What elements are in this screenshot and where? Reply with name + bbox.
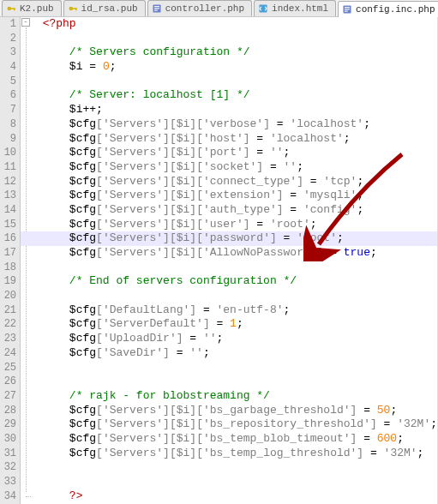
code-line[interactable]: $cfg['Servers'][$i]['AllowNoPassword'] =…	[21, 246, 437, 261]
tab-label: index.html	[272, 3, 328, 14]
tab-label: K2.pub	[20, 3, 54, 14]
code-line[interactable]: /* Servers configuration */	[21, 45, 437, 60]
code-line[interactable]: $cfg['Servers'][$i]['connect_type'] = 't…	[21, 175, 437, 189]
line-number: 17	[3, 246, 16, 261]
code-line[interactable]: $cfg['Servers'][$i]['user'] = 'root';	[21, 218, 437, 232]
line-number: 18	[3, 261, 16, 275]
code-line[interactable]	[21, 460, 437, 475]
code-line[interactable]	[21, 361, 437, 375]
svg-rect-5	[75, 8, 77, 10]
code-line[interactable]	[21, 289, 437, 303]
line-number: 10	[3, 146, 16, 160]
code-line[interactable]: $cfg['SaveDir'] = '';	[21, 346, 437, 361]
code-line[interactable]	[21, 375, 437, 389]
line-number: 34	[3, 489, 16, 504]
code-line[interactable]: $cfg['Servers'][$i]['socket'] = '';	[21, 160, 437, 175]
line-number: 13	[3, 189, 16, 203]
svg-rect-14	[345, 11, 348, 12]
svg-rect-13	[345, 9, 350, 9]
line-number: 2	[3, 32, 16, 46]
editor: 1234567891011121314151617181920212223242…	[0, 17, 438, 504]
code-line[interactable]: $i = 0;	[21, 60, 437, 75]
code-line[interactable]	[21, 32, 437, 46]
code-line[interactable]: $cfg['UploadDir'] = '';	[21, 332, 437, 346]
line-number: 4	[3, 60, 16, 75]
code-line[interactable]: $cfg['Servers'][$i]['password'] = 'root'…	[21, 231, 437, 246]
code-line[interactable]: ?>	[21, 489, 437, 504]
tab-k2-pub[interactable]: K2.pub	[2, 0, 62, 16]
line-number: 25	[3, 361, 16, 375]
code-line[interactable]: $cfg['Servers'][$i]['verbose'] = 'localh…	[21, 117, 437, 132]
line-number: 26	[3, 375, 16, 389]
code-line[interactable]: $cfg['Servers'][$i]['port'] = '';	[21, 146, 437, 160]
tab-controller-php[interactable]: controller.php	[147, 0, 252, 16]
line-number: 15	[3, 218, 16, 232]
code-line[interactable]	[21, 75, 437, 89]
line-number: 8	[3, 117, 16, 132]
code-line[interactable]	[21, 261, 437, 275]
code-line[interactable]: $cfg['Servers'][$i]['bs_repository_thres…	[21, 417, 437, 432]
tab-bar: K2.pubid_rsa.pubcontroller.phpindex.html…	[0, 0, 438, 17]
line-number: 30	[3, 432, 16, 447]
code-line[interactable]: $i++;	[21, 103, 437, 117]
line-number: 7	[3, 103, 16, 117]
line-number: 11	[3, 160, 16, 175]
code-line[interactable]: $cfg['Servers'][$i]['bs_temp_log_thresho…	[21, 447, 437, 461]
code-line[interactable]: $cfg['DefaultLang'] = 'en-utf-8';	[21, 303, 437, 318]
line-number: 3	[3, 45, 16, 60]
line-number: 20	[3, 289, 16, 303]
line-number: 33	[3, 475, 16, 489]
code-line[interactable]: $cfg['Servers'][$i]['bs_temp_blob_timeou…	[21, 432, 437, 447]
line-number: 19	[3, 274, 16, 289]
line-number: 23	[3, 332, 16, 346]
svg-rect-9	[154, 10, 158, 11]
line-number: 12	[3, 175, 16, 189]
code-line[interactable]: $cfg['Servers'][$i]['host'] = 'localhost…	[21, 132, 437, 147]
code-line[interactable]: $cfg['ServerDefault'] = 1;	[21, 317, 437, 332]
tab-label: id_rsa.pub	[81, 3, 138, 14]
tab-label: controller.php	[165, 3, 244, 14]
line-number: 14	[3, 203, 16, 218]
line-number: 27	[3, 389, 16, 404]
code-line[interactable]: $cfg['Servers'][$i]['auth_type'] = 'conf…	[21, 203, 437, 218]
line-number: 16	[3, 231, 16, 246]
code-area[interactable]: - <?php /* Servers configuration */ $i =…	[21, 17, 437, 504]
line-number: 6	[3, 88, 16, 103]
code-line[interactable]: $cfg['Servers'][$i]['bs_garbage_threshol…	[21, 404, 437, 418]
tab-id-rsa-pub[interactable]: id_rsa.pub	[63, 0, 146, 16]
line-number: 9	[3, 132, 16, 147]
line-number: 24	[3, 346, 16, 361]
line-number: 31	[3, 447, 16, 461]
svg-rect-7	[154, 6, 159, 7]
code-line[interactable]: /* End of servers configuration */	[21, 274, 437, 289]
line-number-gutter: 1234567891011121314151617181920212223242…	[0, 17, 21, 504]
line-number: 21	[3, 303, 16, 318]
code-line[interactable]: <?php	[21, 17, 437, 32]
code-line[interactable]	[21, 475, 437, 489]
line-number: 32	[3, 460, 16, 475]
line-number: 28	[3, 404, 16, 418]
svg-rect-2	[14, 8, 15, 10]
line-number: 22	[3, 317, 16, 332]
code-text[interactable]: <?php /* Servers configuration */ $i = 0…	[21, 17, 437, 504]
code-line[interactable]: $cfg['Servers'][$i]['extension'] = 'mysq…	[21, 189, 437, 203]
svg-rect-12	[345, 7, 350, 8]
line-number: 29	[3, 417, 16, 432]
line-number: 5	[3, 75, 16, 89]
tab-label: config.inc.php	[356, 4, 435, 15]
tab-index-html[interactable]: index.html	[254, 0, 336, 16]
code-line[interactable]: /* rajk - for blobstreaming */	[21, 389, 437, 404]
tab-config-inc-php[interactable]: config.inc.php	[338, 1, 438, 17]
svg-rect-8	[154, 8, 159, 9]
code-line[interactable]: /* Server: localhost [1] */	[21, 88, 437, 103]
line-number: 1	[3, 17, 16, 32]
